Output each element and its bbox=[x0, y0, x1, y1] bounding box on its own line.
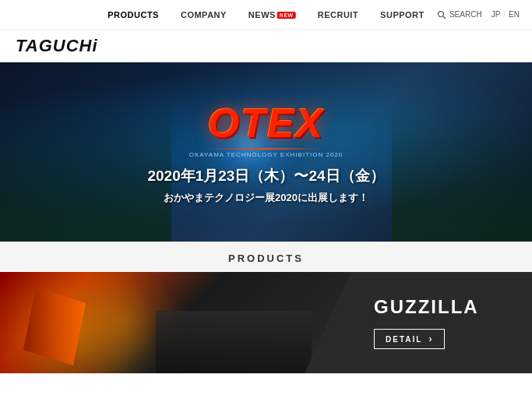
nav-links: PRODUCTS COMPANY NEWSNEW RECRUIT SUPPORT bbox=[107, 10, 425, 19]
detail-arrow-icon: › bbox=[428, 334, 433, 344]
product-image bbox=[0, 272, 351, 373]
nav-support[interactable]: SUPPORT bbox=[380, 10, 425, 19]
hero-date: 2020年1月23日（木）〜24日（金） bbox=[147, 166, 384, 186]
detail-button[interactable]: DETAIL › bbox=[374, 329, 445, 349]
nav-right-area: SEARCH JP / EN bbox=[437, 10, 520, 19]
search-icon bbox=[437, 10, 446, 19]
detail-label: DETAIL bbox=[386, 335, 422, 344]
product-bg bbox=[0, 272, 351, 373]
hero-subtitle: OKAYAMA TECHNOLOGY EXHIBITION 2020 bbox=[189, 151, 343, 158]
nav-news[interactable]: NEWSNEW bbox=[248, 10, 296, 19]
products-section-header: PRODUCTS bbox=[0, 242, 532, 272]
nav-company[interactable]: COMPANY bbox=[181, 10, 227, 19]
svg-point-0 bbox=[438, 11, 443, 16]
lang-jp[interactable]: JP bbox=[491, 10, 501, 19]
logo-bar: TAGUCHi bbox=[0, 30, 532, 62]
otex-logo: OTEX bbox=[208, 100, 325, 147]
products-heading: PRODUCTS bbox=[0, 252, 532, 264]
hero-description: おかやまテクノロジー展2020に出展します！ bbox=[164, 191, 368, 205]
hero-content: OTEX OKAYAMA TECHNOLOGY EXHIBITION 2020 … bbox=[0, 62, 532, 242]
product-info: GUZZILLA DETAIL › bbox=[351, 272, 532, 373]
news-badge: NEW bbox=[277, 12, 296, 19]
lang-en[interactable]: EN bbox=[509, 10, 520, 19]
search-label: SEARCH bbox=[449, 10, 482, 19]
svg-line-1 bbox=[443, 16, 446, 19]
product-name: GUZZILLA bbox=[374, 296, 479, 318]
nav-products[interactable]: PRODUCTS bbox=[107, 10, 159, 19]
product-card-guzzilla: GUZZILLA DETAIL › bbox=[0, 272, 532, 373]
nav-recruit[interactable]: RECRUIT bbox=[318, 10, 358, 19]
lang-separator: / bbox=[503, 10, 506, 19]
language-switcher: JP / EN bbox=[491, 10, 520, 19]
brand-logo[interactable]: TAGUCHi bbox=[16, 36, 98, 56]
top-nav-bar: PRODUCTS COMPANY NEWSNEW RECRUIT SUPPORT… bbox=[0, 0, 532, 30]
hero-banner: OTEX OKAYAMA TECHNOLOGY EXHIBITION 2020 … bbox=[0, 62, 532, 242]
search-button[interactable]: SEARCH bbox=[437, 10, 482, 19]
machinery-decoration bbox=[156, 311, 312, 373]
